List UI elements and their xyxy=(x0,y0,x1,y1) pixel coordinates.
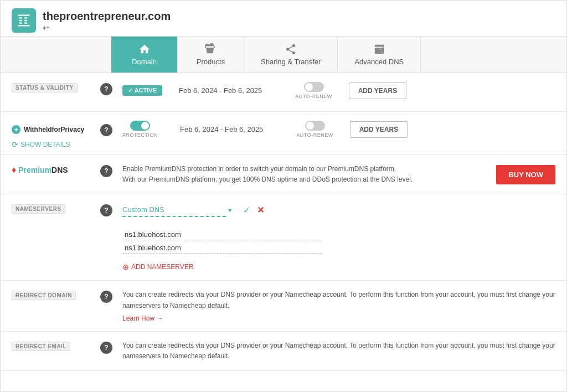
redirect-domain-content: You can create redirects via your DNS pr… xyxy=(122,290,555,322)
privacy-content: PROTECTION Feb 6, 2024 - Feb 6, 2025 AUT… xyxy=(122,121,555,138)
status-help-button[interactable]: ? xyxy=(100,83,112,95)
privacy-auto-renew: AUTO-RENEW xyxy=(296,121,333,138)
privacy-toggle-col: PROTECTION xyxy=(122,121,158,138)
privacy-section: WithheldforPrivacy ? PROTECTION Feb 6, 2… xyxy=(1,112,566,155)
ns-inputs xyxy=(122,229,322,254)
page-header: theproentrepreneur.com ♦+ xyxy=(1,1,566,37)
premiumdns-section: ♦ PremiumDNS ? Enable PremiumDNS protect… xyxy=(1,155,566,194)
ns-type-dropdown[interactable]: Custom DNS Namecheap BasicDNS Namecheap … xyxy=(122,203,226,217)
premiumdns-help-col: ? xyxy=(100,164,122,177)
redirect-domain-section-label: REDIRECT DOMAIN xyxy=(12,291,76,300)
ns-cancel-icon[interactable]: ✕ xyxy=(257,205,264,215)
status-add-years-button[interactable]: ADD YEARS xyxy=(349,82,406,99)
privacy-auto-renew-label: AUTO-RENEW xyxy=(296,132,333,138)
privacy-help-button[interactable]: ? xyxy=(100,124,112,136)
status-auto-renew-label: AUTO-RENEW xyxy=(295,94,332,99)
premiumdns-help-button[interactable]: ? xyxy=(100,165,112,177)
redirect-domain-label-col: REDIRECT DOMAIN xyxy=(12,290,100,300)
ns-actions: ✓ ✕ xyxy=(243,205,264,215)
redirect-domain-description: You can create redirects via your DNS pr… xyxy=(122,290,555,311)
status-help-col: ? xyxy=(100,82,122,95)
status-content: ACTIVE Feb 6, 2024 - Feb 6, 2025 AUTO-RE… xyxy=(122,82,555,99)
redirect-email-help-button[interactable]: ? xyxy=(100,342,112,354)
redirect-email-section: REDIRECT EMAIL ? You can create redirect… xyxy=(1,332,566,371)
redirect-email-content: You can create redirects via your DNS pr… xyxy=(122,341,555,362)
redirect-domain-help-col: ? xyxy=(100,290,122,303)
privacy-label-col: WithheldforPrivacy xyxy=(12,124,100,135)
redirect-domain-help-button[interactable]: ? xyxy=(100,291,112,303)
premiumdns-logo: ♦ PremiumDNS xyxy=(12,165,68,175)
redirect-email-label-col: REDIRECT EMAIL xyxy=(12,341,100,351)
tab-products[interactable]: Products xyxy=(178,37,244,73)
building-icon xyxy=(16,13,32,28)
privacy-toggle[interactable] xyxy=(130,121,150,131)
premiumdns-content: Enable PremiumDNS protection in order to… xyxy=(122,164,555,185)
status-validity-section: STATUS & VALIDITY ? ACTIVE Feb 6, 2024 -… xyxy=(1,73,566,112)
domain-subtitle: ♦+ xyxy=(43,24,171,32)
gem-icon: ♦ xyxy=(12,165,16,175)
privacy-dot-icon xyxy=(12,125,20,134)
nameservers-section: NAMESERVERS ? Custom DNS Namecheap Basic… xyxy=(1,194,566,281)
tab-domain[interactable]: Domain xyxy=(111,37,178,73)
nameservers-section-label: NAMESERVERS xyxy=(12,204,65,214)
tab-advanceddns[interactable]: Advanced DNS xyxy=(338,37,421,73)
ns-dropdown-row: Custom DNS Namecheap BasicDNS Namecheap … xyxy=(122,203,264,217)
privacy-auto-renew-toggle[interactable] xyxy=(305,121,325,131)
dns-icon xyxy=(373,43,385,55)
status-auto-renew: AUTO-RENEW xyxy=(295,82,332,99)
status-badge: ACTIVE xyxy=(122,85,162,96)
privacy-add-years-button[interactable]: ADD YEARS xyxy=(350,121,408,138)
premiumdns-label-col: ♦ PremiumDNS xyxy=(12,164,100,175)
redirect-domain-section: REDIRECT DOMAIN ? You can create redirec… xyxy=(1,281,566,331)
sharing-icon xyxy=(285,43,297,55)
redirect-email-description: You can create redirects via your DNS pr… xyxy=(122,341,555,362)
products-icon xyxy=(205,43,217,55)
redirect-email-help-col: ? xyxy=(100,341,122,354)
status-section-label: STATUS & VALIDITY xyxy=(12,83,78,92)
privacy-date-range: Feb 6, 2024 - Feb 6, 2025 xyxy=(180,125,263,133)
show-details-link[interactable]: SHOW DETAILS xyxy=(12,140,70,149)
redirect-email-section-label: REDIRECT EMAIL xyxy=(12,342,70,351)
status-label-col: STATUS & VALIDITY xyxy=(12,82,100,92)
domain-info: theproentrepreneur.com ♦+ xyxy=(43,10,171,32)
redirect-domain-learn-how-link[interactable]: Learn How xyxy=(122,314,163,322)
home-icon xyxy=(138,43,151,55)
nameservers-content: Custom DNS Namecheap BasicDNS Namecheap … xyxy=(122,203,555,271)
privacy-logo: WithheldforPrivacy xyxy=(12,125,84,134)
premiumdns-description: Enable PremiumDNS protection in order to… xyxy=(122,164,485,185)
nameservers-label-col: NAMESERVERS xyxy=(12,203,100,214)
status-auto-renew-toggle[interactable] xyxy=(304,82,324,92)
domain-logo xyxy=(12,8,36,33)
main-content: STATUS & VALIDITY ? ACTIVE Feb 6, 2024 -… xyxy=(1,73,566,371)
nameservers-help-col: ? xyxy=(100,203,122,216)
ns2-input[interactable] xyxy=(122,243,322,254)
nameservers-help-button[interactable]: ? xyxy=(100,204,112,216)
tab-bar: Domain Products Sharing & Transfer Advan… xyxy=(1,37,566,73)
domain-title: theproentrepreneur.com xyxy=(43,10,171,23)
ns1-input[interactable] xyxy=(122,229,322,240)
tab-sharing[interactable]: Sharing & Transfer xyxy=(244,37,338,73)
privacy-help-col: ? xyxy=(100,123,122,136)
privacy-protection-label: PROTECTION xyxy=(122,132,158,138)
buy-now-button[interactable]: BUY NOW xyxy=(496,165,555,184)
status-date-range: Feb 6, 2024 - Feb 6, 2025 xyxy=(179,86,262,95)
add-nameserver-link[interactable]: ADD NAMESERVER xyxy=(122,262,193,271)
ns-dropdown-wrapper: Custom DNS Namecheap BasicDNS Namecheap … xyxy=(122,203,232,217)
ns-confirm-icon[interactable]: ✓ xyxy=(243,205,250,215)
